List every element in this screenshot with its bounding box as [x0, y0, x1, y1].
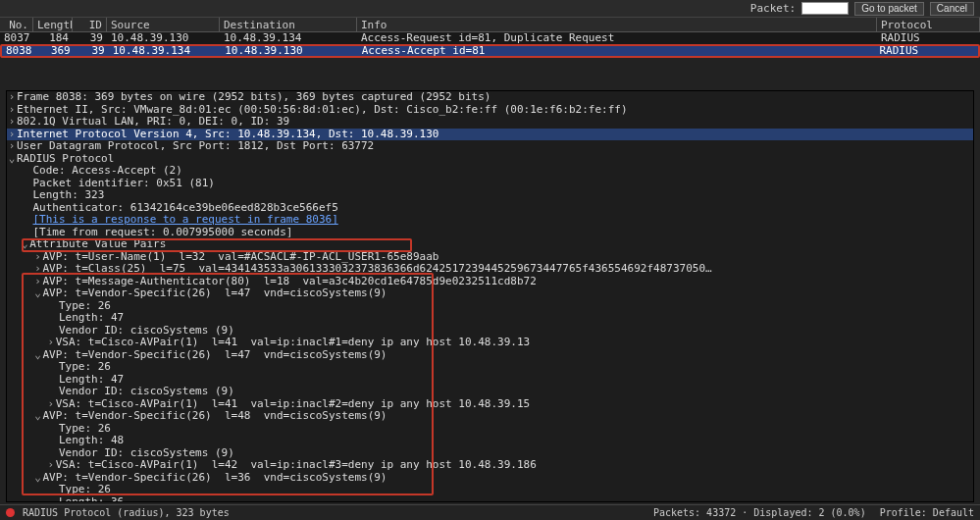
- cancel-button[interactable]: Cancel: [930, 2, 974, 16]
- packet-list-header: No. Length ID Source Destination Info Pr…: [0, 18, 980, 32]
- packet-row[interactable]: 8037 184 39 10.48.39.130 10.48.39.134 Ac…: [0, 32, 980, 44]
- status-profile[interactable]: Profile: Default: [880, 507, 974, 518]
- capture-status-icon: [6, 508, 15, 517]
- request-frame-link[interactable]: [This is a response to a request in fram…: [33, 213, 338, 226]
- packet-details-tree[interactable]: ›Frame 8038: 369 bytes on wire (2952 bit…: [6, 90, 974, 502]
- col-no[interactable]: No.: [0, 18, 33, 31]
- status-selected-field: RADIUS Protocol (radius), 323 bytes: [23, 507, 230, 518]
- packet-label: Packet:: [750, 2, 796, 15]
- ip-header-line: Internet Protocol Version 4, Src: 10.48.…: [17, 128, 438, 140]
- col-protocol[interactable]: Protocol: [877, 18, 980, 31]
- expander-icon[interactable]: ›: [7, 140, 17, 153]
- expander-icon[interactable]: ›: [7, 91, 17, 104]
- packet-number-input[interactable]: [801, 2, 849, 15]
- col-length[interactable]: Length: [33, 18, 73, 31]
- col-destination[interactable]: Destination: [220, 18, 357, 31]
- goto-packet-button[interactable]: Go to packet: [854, 2, 924, 16]
- top-toolbar: Packet: Go to packet Cancel: [0, 0, 980, 18]
- col-source[interactable]: Source: [107, 18, 220, 31]
- avp-header: Attribute Value Pairs: [29, 237, 166, 250]
- radius-protocol-node: RADIUS Protocol: [17, 152, 114, 165]
- avp-user-name: AVP: t=User-Name(1) l=32 val=#ACSACL#-IP…: [43, 250, 439, 263]
- col-info[interactable]: Info: [357, 18, 877, 31]
- expander-icon[interactable]: ›: [7, 116, 17, 129]
- packet-row-selected[interactable]: 8038 369 39 10.48.39.134 10.48.39.130 Ac…: [0, 44, 980, 58]
- col-id[interactable]: ID: [73, 18, 107, 31]
- status-bar: RADIUS Protocol (radius), 323 bytes Pack…: [0, 504, 980, 520]
- status-packet-count: Packets: 43372 · Displayed: 2 (0.0%): [653, 507, 866, 518]
- packet-list: 8037 184 39 10.48.39.130 10.48.39.134 Ac…: [0, 32, 980, 58]
